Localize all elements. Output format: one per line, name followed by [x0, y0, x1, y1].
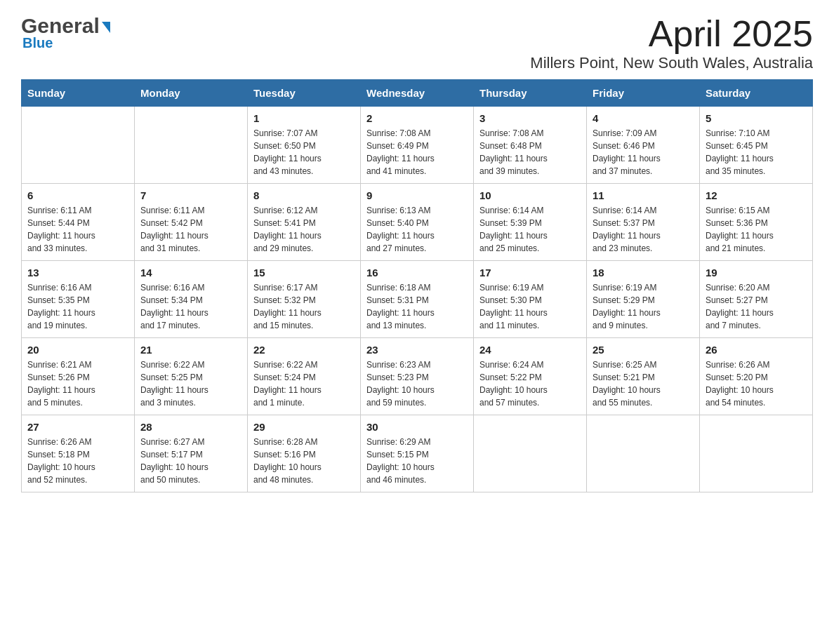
calendar-cell: 23Sunrise: 6:23 AM Sunset: 5:23 PM Dayli… [361, 338, 474, 415]
day-info: Sunrise: 6:18 AM Sunset: 5:31 PM Dayligh… [366, 281, 468, 332]
day-info: Sunrise: 6:21 AM Sunset: 5:26 PM Dayligh… [27, 358, 128, 409]
calendar-cell [587, 415, 700, 492]
day-number: 6 [27, 189, 128, 201]
page-header: General Blue April 2025 Millers Point, N… [21, 14, 813, 72]
day-number: 20 [27, 344, 128, 356]
title-block: April 2025 Millers Point, New South Wale… [530, 14, 813, 72]
day-number: 12 [706, 189, 807, 201]
month-year-title: April 2025 [530, 14, 813, 54]
day-info: Sunrise: 6:19 AM Sunset: 5:29 PM Dayligh… [593, 281, 694, 332]
day-number: 15 [253, 267, 355, 279]
logo: General Blue [21, 14, 110, 51]
calendar-week-1: 1Sunrise: 7:07 AM Sunset: 6:50 PM Daylig… [22, 107, 813, 184]
day-number: 13 [27, 267, 128, 279]
calendar-cell: 25Sunrise: 6:25 AM Sunset: 5:21 PM Dayli… [587, 338, 700, 415]
day-info: Sunrise: 7:08 AM Sunset: 6:49 PM Dayligh… [366, 127, 468, 177]
calendar-cell: 17Sunrise: 6:19 AM Sunset: 5:30 PM Dayli… [474, 261, 587, 338]
day-info: Sunrise: 6:17 AM Sunset: 5:32 PM Dayligh… [253, 281, 355, 332]
day-number: 26 [706, 344, 807, 356]
calendar-cell: 3Sunrise: 7:08 AM Sunset: 6:48 PM Daylig… [474, 107, 587, 184]
calendar-cell [22, 107, 135, 184]
calendar-cell: 15Sunrise: 6:17 AM Sunset: 5:32 PM Dayli… [248, 261, 361, 338]
calendar-table: SundayMondayTuesdayWednesdayThursdayFrid… [21, 79, 813, 492]
day-info: Sunrise: 7:09 AM Sunset: 6:46 PM Dayligh… [593, 127, 694, 177]
calendar-cell: 7Sunrise: 6:11 AM Sunset: 5:42 PM Daylig… [135, 184, 248, 261]
day-number: 30 [366, 421, 468, 433]
calendar-cell: 27Sunrise: 6:26 AM Sunset: 5:18 PM Dayli… [22, 415, 135, 492]
day-info: Sunrise: 6:26 AM Sunset: 5:18 PM Dayligh… [27, 436, 128, 486]
calendar-cell: 4Sunrise: 7:09 AM Sunset: 6:46 PM Daylig… [587, 107, 700, 184]
day-number: 4 [593, 112, 694, 124]
weekday-header-wednesday: Wednesday [361, 80, 474, 107]
logo-triangle-icon [102, 22, 110, 33]
weekday-header-monday: Monday [135, 80, 248, 107]
day-number: 28 [140, 421, 241, 433]
day-number: 19 [706, 267, 807, 279]
day-info: Sunrise: 7:08 AM Sunset: 6:48 PM Dayligh… [479, 127, 581, 177]
day-number: 5 [706, 112, 807, 124]
logo-blue-text: Blue [21, 35, 110, 51]
calendar-header: SundayMondayTuesdayWednesdayThursdayFrid… [22, 80, 813, 107]
day-info: Sunrise: 6:26 AM Sunset: 5:20 PM Dayligh… [706, 358, 807, 409]
day-number: 23 [366, 344, 468, 356]
day-info: Sunrise: 6:15 AM Sunset: 5:36 PM Dayligh… [706, 204, 807, 255]
day-number: 22 [253, 344, 355, 356]
calendar-cell [700, 415, 813, 492]
weekday-header-row: SundayMondayTuesdayWednesdayThursdayFrid… [22, 80, 813, 107]
day-number: 24 [479, 344, 581, 356]
calendar-cell: 26Sunrise: 6:26 AM Sunset: 5:20 PM Dayli… [700, 338, 813, 415]
calendar-cell: 13Sunrise: 6:16 AM Sunset: 5:35 PM Dayli… [22, 261, 135, 338]
day-info: Sunrise: 6:14 AM Sunset: 5:37 PM Dayligh… [593, 204, 694, 255]
calendar-cell: 11Sunrise: 6:14 AM Sunset: 5:37 PM Dayli… [587, 184, 700, 261]
day-info: Sunrise: 7:10 AM Sunset: 6:45 PM Dayligh… [706, 127, 807, 177]
day-info: Sunrise: 6:25 AM Sunset: 5:21 PM Dayligh… [593, 358, 694, 409]
calendar-cell: 18Sunrise: 6:19 AM Sunset: 5:29 PM Dayli… [587, 261, 700, 338]
calendar-week-3: 13Sunrise: 6:16 AM Sunset: 5:35 PM Dayli… [22, 261, 813, 338]
day-info: Sunrise: 6:16 AM Sunset: 5:35 PM Dayligh… [27, 281, 128, 332]
weekday-header-thursday: Thursday [474, 80, 587, 107]
day-info: Sunrise: 6:20 AM Sunset: 5:27 PM Dayligh… [706, 281, 807, 332]
day-number: 9 [366, 189, 468, 201]
calendar-cell: 2Sunrise: 7:08 AM Sunset: 6:49 PM Daylig… [361, 107, 474, 184]
calendar-cell: 9Sunrise: 6:13 AM Sunset: 5:40 PM Daylig… [361, 184, 474, 261]
day-number: 21 [140, 344, 241, 356]
calendar-cell: 14Sunrise: 6:16 AM Sunset: 5:34 PM Dayli… [135, 261, 248, 338]
weekday-header-tuesday: Tuesday [248, 80, 361, 107]
day-info: Sunrise: 6:27 AM Sunset: 5:17 PM Dayligh… [140, 436, 241, 486]
calendar-cell: 30Sunrise: 6:29 AM Sunset: 5:15 PM Dayli… [361, 415, 474, 492]
day-info: Sunrise: 6:28 AM Sunset: 5:16 PM Dayligh… [253, 436, 355, 486]
day-info: Sunrise: 6:16 AM Sunset: 5:34 PM Dayligh… [140, 281, 241, 332]
day-number: 29 [253, 421, 355, 433]
day-number: 25 [593, 344, 694, 356]
day-info: Sunrise: 6:22 AM Sunset: 5:24 PM Dayligh… [253, 358, 355, 409]
day-number: 7 [140, 189, 241, 201]
location-title: Millers Point, New South Wales, Australi… [530, 54, 813, 72]
calendar-cell: 21Sunrise: 6:22 AM Sunset: 5:25 PM Dayli… [135, 338, 248, 415]
calendar-cell: 20Sunrise: 6:21 AM Sunset: 5:26 PM Dayli… [22, 338, 135, 415]
weekday-header-sunday: Sunday [22, 80, 135, 107]
weekday-header-saturday: Saturday [700, 80, 813, 107]
day-info: Sunrise: 6:12 AM Sunset: 5:41 PM Dayligh… [253, 204, 355, 255]
day-info: Sunrise: 6:11 AM Sunset: 5:44 PM Dayligh… [27, 204, 128, 255]
calendar-cell: 19Sunrise: 6:20 AM Sunset: 5:27 PM Dayli… [700, 261, 813, 338]
day-info: Sunrise: 6:19 AM Sunset: 5:30 PM Dayligh… [479, 281, 581, 332]
calendar-cell: 5Sunrise: 7:10 AM Sunset: 6:45 PM Daylig… [700, 107, 813, 184]
day-number: 18 [593, 267, 694, 279]
weekday-header-friday: Friday [587, 80, 700, 107]
day-number: 1 [253, 112, 355, 124]
day-info: Sunrise: 6:13 AM Sunset: 5:40 PM Dayligh… [366, 204, 468, 255]
logo-line1: General [21, 14, 110, 38]
logo-general-text: General [21, 14, 100, 38]
day-info: Sunrise: 6:29 AM Sunset: 5:15 PM Dayligh… [366, 436, 468, 486]
calendar-cell: 6Sunrise: 6:11 AM Sunset: 5:44 PM Daylig… [22, 184, 135, 261]
calendar-week-2: 6Sunrise: 6:11 AM Sunset: 5:44 PM Daylig… [22, 184, 813, 261]
calendar-cell: 12Sunrise: 6:15 AM Sunset: 5:36 PM Dayli… [700, 184, 813, 261]
calendar-cell: 28Sunrise: 6:27 AM Sunset: 5:17 PM Dayli… [135, 415, 248, 492]
day-number: 14 [140, 267, 241, 279]
day-number: 27 [27, 421, 128, 433]
calendar-cell: 22Sunrise: 6:22 AM Sunset: 5:24 PM Dayli… [248, 338, 361, 415]
calendar-cell [474, 415, 587, 492]
day-number: 8 [253, 189, 355, 201]
day-number: 2 [366, 112, 468, 124]
calendar-week-4: 20Sunrise: 6:21 AM Sunset: 5:26 PM Dayli… [22, 338, 813, 415]
